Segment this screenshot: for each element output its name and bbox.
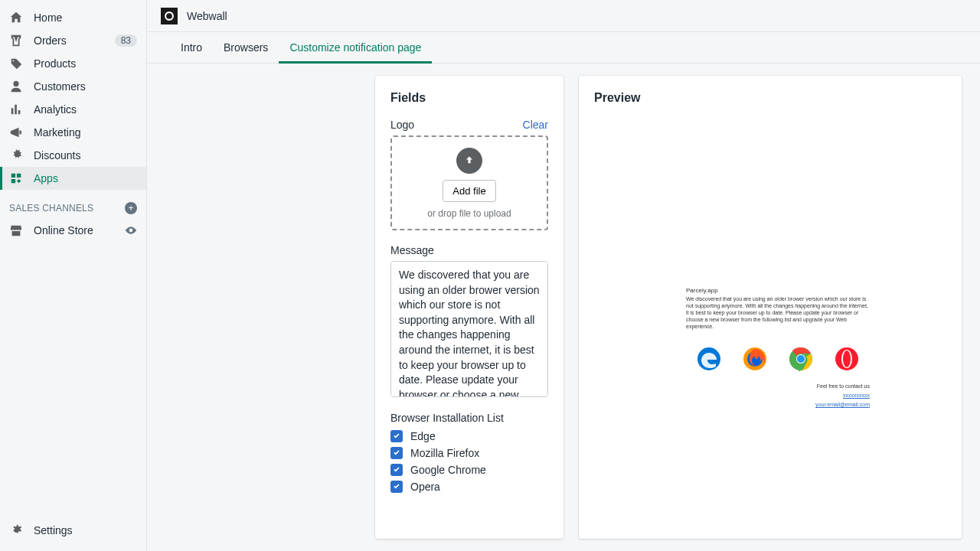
section-label: SALES CHANNELS bbox=[9, 203, 93, 214]
browser-list-label: Browser Installation List bbox=[390, 412, 548, 424]
nav-label: Settings bbox=[34, 524, 73, 536]
fields-card: Fields Logo Clear Add file or drop file … bbox=[375, 76, 564, 539]
megaphone-icon bbox=[9, 126, 23, 139]
preview-card: Preview Parcely.app We discovered that y… bbox=[579, 76, 962, 539]
store-icon bbox=[9, 223, 23, 237]
add-channel-icon[interactable]: + bbox=[125, 202, 137, 214]
browser-label: Google Chrome bbox=[410, 464, 486, 476]
tag-icon bbox=[9, 57, 23, 70]
nav-label: Orders bbox=[34, 34, 67, 47]
analytics-icon bbox=[9, 103, 23, 116]
preview-title: Preview bbox=[594, 91, 946, 105]
message-textarea[interactable] bbox=[390, 261, 548, 397]
svg-point-6 bbox=[797, 355, 805, 363]
tab-browsers[interactable]: Browsers bbox=[213, 32, 279, 63]
preview-site-name: Parcely.app bbox=[686, 287, 870, 294]
preview-browser-icons bbox=[686, 347, 870, 371]
app-header: Webwall bbox=[147, 0, 980, 32]
contact-text: Feel free to contact us bbox=[817, 383, 870, 389]
logo-dropzone[interactable]: Add file or drop file to upload bbox=[390, 135, 548, 230]
checkbox-icon bbox=[390, 430, 403, 442]
nav-label: Discounts bbox=[34, 149, 80, 161]
browser-check-edge[interactable]: Edge bbox=[390, 430, 548, 442]
apps-icon bbox=[9, 171, 23, 185]
nav-apps[interactable]: Apps bbox=[0, 167, 146, 190]
tabs: Intro Browsers Customize notification pa… bbox=[147, 32, 980, 64]
nav-label: Online Store bbox=[34, 224, 93, 236]
contact-phone[interactable]: xxxxxxxxxx bbox=[686, 393, 870, 398]
browser-label: Edge bbox=[410, 430, 436, 442]
sales-channels-header: SALES CHANNELS + bbox=[0, 190, 146, 219]
browser-check-firefox[interactable]: Mozilla Firefox bbox=[390, 447, 548, 459]
fields-title: Fields bbox=[390, 91, 548, 105]
main: Webwall Intro Browsers Customize notific… bbox=[147, 0, 980, 551]
upload-icon bbox=[456, 148, 482, 174]
content: Fields Logo Clear Add file or drop file … bbox=[147, 64, 980, 551]
drop-hint: or drop file to upload bbox=[427, 208, 511, 219]
contact-email[interactable]: your.email@email.com bbox=[686, 402, 870, 407]
svg-point-9 bbox=[843, 350, 851, 367]
nav-label: Products bbox=[34, 57, 76, 70]
checkbox-icon bbox=[390, 481, 403, 493]
app-title: Webwall bbox=[187, 10, 227, 22]
tab-customize[interactable]: Customize notification page bbox=[279, 32, 432, 63]
sidebar: Home Orders 83 Products Customers Analyt… bbox=[0, 0, 147, 551]
app-logo bbox=[161, 8, 178, 24]
person-icon bbox=[9, 80, 23, 93]
nav-discounts[interactable]: Discounts bbox=[0, 144, 146, 167]
nav-marketing[interactable]: Marketing bbox=[0, 121, 146, 144]
home-icon bbox=[9, 11, 23, 24]
firefox-icon bbox=[743, 347, 767, 371]
nav-label: Customers bbox=[34, 80, 86, 93]
gear-icon bbox=[9, 523, 23, 537]
nav-label: Marketing bbox=[34, 126, 80, 139]
edge-icon bbox=[697, 347, 721, 371]
chrome-icon bbox=[789, 347, 813, 371]
preview-body: Parcely.app We discovered that you are u… bbox=[594, 119, 946, 415]
checkbox-icon bbox=[390, 464, 403, 476]
browser-check-chrome[interactable]: Google Chrome bbox=[390, 464, 548, 476]
nav-analytics[interactable]: Analytics bbox=[0, 98, 146, 121]
nav-label: Home bbox=[34, 11, 62, 24]
eye-icon[interactable] bbox=[125, 224, 137, 236]
checkbox-icon bbox=[390, 447, 403, 459]
add-file-button[interactable]: Add file bbox=[443, 180, 495, 202]
svg-point-0 bbox=[165, 12, 173, 20]
logo-label: Logo bbox=[390, 119, 414, 131]
nav-customers[interactable]: Customers bbox=[0, 75, 146, 98]
nav-label: Analytics bbox=[34, 103, 77, 116]
browser-check-opera[interactable]: Opera bbox=[390, 481, 548, 493]
message-label: Message bbox=[390, 244, 548, 256]
preview-contact: Feel free to contact us xxxxxxxxxx your.… bbox=[686, 383, 870, 407]
nav-home[interactable]: Home bbox=[0, 6, 146, 29]
browser-label: Opera bbox=[410, 481, 440, 493]
orders-icon bbox=[9, 34, 23, 47]
clear-logo-link[interactable]: Clear bbox=[523, 119, 548, 131]
nav-products[interactable]: Products bbox=[0, 52, 146, 75]
nav-label: Apps bbox=[34, 172, 58, 184]
nav-settings[interactable]: Settings bbox=[0, 519, 146, 551]
browser-label: Mozilla Firefox bbox=[410, 447, 479, 459]
preview-message: We discovered that you are using an olde… bbox=[686, 295, 870, 330]
discount-icon bbox=[9, 148, 23, 162]
nav-online-store[interactable]: Online Store bbox=[0, 219, 146, 242]
tab-intro[interactable]: Intro bbox=[170, 32, 213, 63]
orders-badge: 83 bbox=[115, 34, 137, 47]
nav-orders[interactable]: Orders 83 bbox=[0, 29, 146, 52]
opera-icon bbox=[835, 347, 859, 371]
